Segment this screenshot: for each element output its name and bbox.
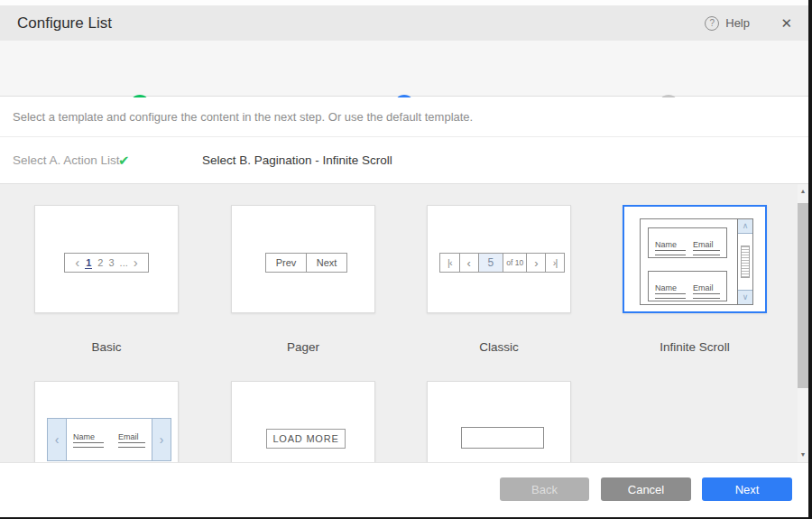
carousel-record-preview: Name Email	[67, 419, 152, 460]
page-title: Configure List	[17, 5, 112, 41]
preview-scrollbar: ∧ ∨	[737, 219, 752, 304]
template-card-basic[interactable]: ‹ 1 2 3 ... ›	[34, 205, 179, 313]
basic-pagination-preview: ‹ 1 2 3 ... ›	[64, 253, 149, 273]
name-label: Name	[73, 432, 104, 443]
scroll-up-icon[interactable]: ▲	[798, 186, 808, 197]
chevron-left-icon: ‹	[48, 419, 67, 460]
template-label-basic: Basic	[34, 340, 179, 354]
back-button[interactable]: Back	[500, 477, 589, 501]
classic-pagination-preview: |‹ ‹ 5 of 10 › ›|	[439, 253, 565, 273]
close-icon: ✕	[780, 15, 792, 32]
name-field-preview: Name	[655, 278, 686, 299]
chevron-right-icon: ›	[152, 419, 171, 460]
select-a-check-icon: ✔	[118, 137, 130, 184]
ellipsis: ...	[120, 257, 128, 268]
help-label: Help	[725, 16, 750, 30]
pager-preview: Prev Next	[265, 253, 347, 273]
empty-input-preview	[461, 427, 544, 449]
dialog-header: Configure List ? Help ✕	[0, 5, 808, 41]
field-line	[693, 255, 720, 255]
current-page-cell: 5	[478, 254, 503, 272]
chevron-left-icon: ‹	[75, 254, 79, 272]
chevron-right-icon: ›	[134, 254, 138, 272]
template-card-classic[interactable]: |‹ ‹ 5 of 10 › ›|	[427, 205, 571, 313]
next-button-preview: Next	[306, 254, 346, 272]
field-line	[73, 447, 104, 448]
template-card-load-more[interactable]: LOAD MORE	[231, 381, 375, 462]
last-page-icon: ›|	[545, 254, 564, 272]
name-label: Name	[655, 240, 686, 251]
chevron-right-icon: ›	[526, 254, 545, 272]
first-page-icon: |‹	[440, 254, 459, 272]
configure-list-dialog: Configure List ? Help ✕ ✓ 2 3 Data Templ…	[0, 0, 812, 519]
gallery-scrollbar[interactable]: ▲ ▼	[798, 184, 808, 462]
load-more-button-preview: LOAD MORE	[266, 429, 346, 449]
selector-row: Select A. Action List ✔ Select B. Pagina…	[0, 137, 808, 184]
chevron-up-icon: ∧	[738, 219, 752, 234]
instruction-text: Select a template and configure the cont…	[0, 97, 808, 137]
chevron-down-icon: ∨	[738, 290, 752, 304]
page-number: 2	[97, 257, 103, 268]
email-label: Email	[693, 283, 720, 294]
email-label: Email	[693, 240, 720, 251]
select-b-pagination[interactable]: Select B. Pagination - Infinite Scroll	[202, 137, 392, 184]
name-field-preview: Name	[73, 427, 104, 448]
template-card-pager[interactable]: Prev Next	[231, 205, 375, 313]
infinite-scroll-preview: Name Email Name Email	[640, 218, 753, 305]
page-number: 3	[108, 257, 114, 268]
cancel-button[interactable]: Cancel	[601, 477, 691, 501]
page-number-current: 1	[85, 257, 92, 269]
field-line	[655, 298, 686, 299]
wizard-stepper: ✓ 2 3 Data Template Bind Fields	[0, 41, 808, 97]
template-label-pager: Pager	[231, 340, 375, 354]
next-button[interactable]: Next	[702, 477, 792, 501]
field-line	[655, 255, 686, 255]
template-label-classic: Classic	[427, 340, 571, 354]
help-icon: ?	[705, 16, 719, 31]
field-line	[118, 447, 145, 448]
record-preview: Name Email	[648, 271, 727, 301]
email-field-preview: Email	[118, 427, 145, 448]
email-field-preview: Email	[693, 278, 720, 299]
field-line	[693, 298, 720, 299]
name-field-preview: Name	[655, 235, 686, 255]
record-preview: Name Email	[648, 227, 727, 258]
scrollbar-thumb[interactable]	[798, 203, 808, 388]
template-card-carousel[interactable]: ‹ Name Email ›	[34, 381, 179, 462]
chevron-left-icon: ‹	[459, 254, 478, 272]
template-card-infinite-scroll[interactable]: Name Email Name Email	[623, 205, 767, 313]
help-button[interactable]: ? Help	[705, 5, 750, 41]
template-label-infinite-scroll: Infinite Scroll	[623, 340, 767, 354]
dialog-footer: Back Cancel Next	[0, 462, 808, 517]
preview-scroll-thumb	[741, 246, 750, 278]
close-button[interactable]: ✕	[780, 5, 792, 41]
carousel-preview: ‹ Name Email ›	[47, 418, 171, 461]
template-gallery: ‹ 1 2 3 ... › Basic Prev Next Pager |‹ ‹…	[0, 184, 808, 462]
template-card-input-box[interactable]	[427, 381, 571, 462]
email-label: Email	[118, 432, 145, 443]
scroll-down-icon[interactable]: ▼	[798, 449, 808, 460]
email-field-preview: Email	[693, 235, 720, 255]
name-label: Name	[655, 283, 686, 294]
prev-button-preview: Prev	[266, 254, 306, 272]
select-a-action-list[interactable]: Select A. Action List	[13, 137, 120, 184]
page-count-cell: of 10	[503, 254, 526, 272]
